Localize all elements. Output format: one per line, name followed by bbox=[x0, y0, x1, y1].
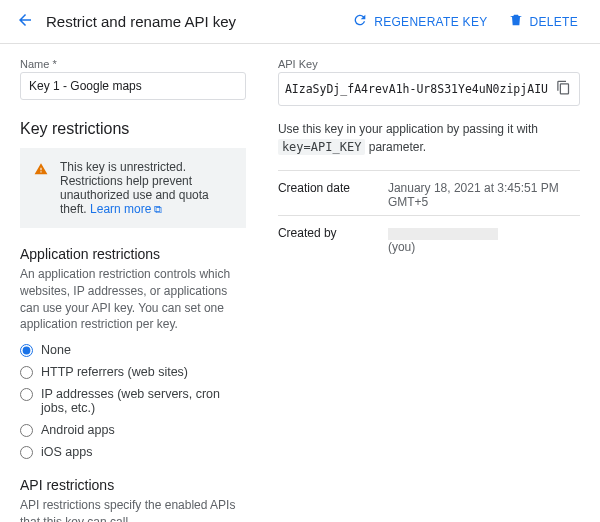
api-key-label: API Key bbox=[278, 58, 580, 70]
delete-label: DELETE bbox=[530, 15, 578, 29]
usage-code: key=API_KEY bbox=[278, 139, 365, 155]
external-link-icon: ⧉ bbox=[151, 203, 162, 215]
created-by-label: Created by bbox=[278, 226, 388, 254]
warning-icon bbox=[34, 162, 48, 179]
radio-ios[interactable]: iOS apps bbox=[20, 445, 246, 459]
regenerate-label: REGENERATE KEY bbox=[374, 15, 487, 29]
api-restrictions-heading: API restrictions bbox=[20, 477, 246, 493]
app-restrictions-desc: An application restriction controls whic… bbox=[20, 266, 246, 333]
usage-instruction: Use this key in your application by pass… bbox=[278, 120, 580, 156]
unrestricted-warning: This key is unrestricted. Restrictions h… bbox=[20, 148, 246, 228]
radio-android[interactable]: Android apps bbox=[20, 423, 246, 437]
created-by-row: Created by (you) bbox=[278, 215, 580, 260]
page-title: Restrict and rename API key bbox=[46, 13, 236, 30]
page-header: Restrict and rename API key REGENERATE K… bbox=[0, 0, 600, 44]
api-restrictions-desc: API restrictions specify the enabled API… bbox=[20, 497, 246, 522]
right-column: API Key AIzaSyDj_fA4revA1h-Ur8S31Ye4uN0z… bbox=[278, 58, 580, 522]
left-column: Name * Key restrictions This key is unre… bbox=[20, 58, 246, 522]
copy-button[interactable] bbox=[554, 78, 573, 100]
creation-date-row: Creation date January 18, 2021 at 3:45:5… bbox=[278, 170, 580, 215]
name-input[interactable] bbox=[20, 72, 246, 100]
app-restrictions-heading: Application restrictions bbox=[20, 246, 246, 262]
name-label: Name * bbox=[20, 58, 246, 70]
back-arrow-icon[interactable] bbox=[16, 11, 34, 32]
refresh-icon bbox=[352, 12, 368, 31]
creation-date-label: Creation date bbox=[278, 181, 388, 209]
content: Name * Key restrictions This key is unre… bbox=[0, 44, 600, 522]
key-restrictions-heading: Key restrictions bbox=[20, 120, 246, 138]
radio-http[interactable]: HTTP referrers (web sites) bbox=[20, 365, 246, 379]
radio-none[interactable]: None bbox=[20, 343, 246, 357]
api-key-box: AIzaSyDj_fA4revA1h-Ur8S31Ye4uN0zipjAIU bbox=[278, 72, 580, 106]
trash-icon bbox=[508, 12, 524, 31]
created-by-redacted bbox=[388, 228, 498, 240]
creation-date-value: January 18, 2021 at 3:45:51 PM GMT+5 bbox=[388, 181, 580, 209]
learn-more-link[interactable]: Learn more ⧉ bbox=[90, 202, 162, 216]
delete-key-button[interactable]: DELETE bbox=[502, 8, 584, 35]
app-restrictions-radios: None HTTP referrers (web sites) IP addre… bbox=[20, 343, 246, 459]
api-key-value: AIzaSyDj_fA4revA1h-Ur8S31Ye4uN0zipjAIU bbox=[285, 82, 548, 96]
header-actions: REGENERATE KEY DELETE bbox=[346, 8, 584, 35]
regenerate-key-button[interactable]: REGENERATE KEY bbox=[346, 8, 493, 35]
created-by-value: (you) bbox=[388, 226, 580, 254]
copy-icon bbox=[556, 83, 571, 98]
radio-ip[interactable]: IP addresses (web servers, cron jobs, et… bbox=[20, 387, 246, 415]
